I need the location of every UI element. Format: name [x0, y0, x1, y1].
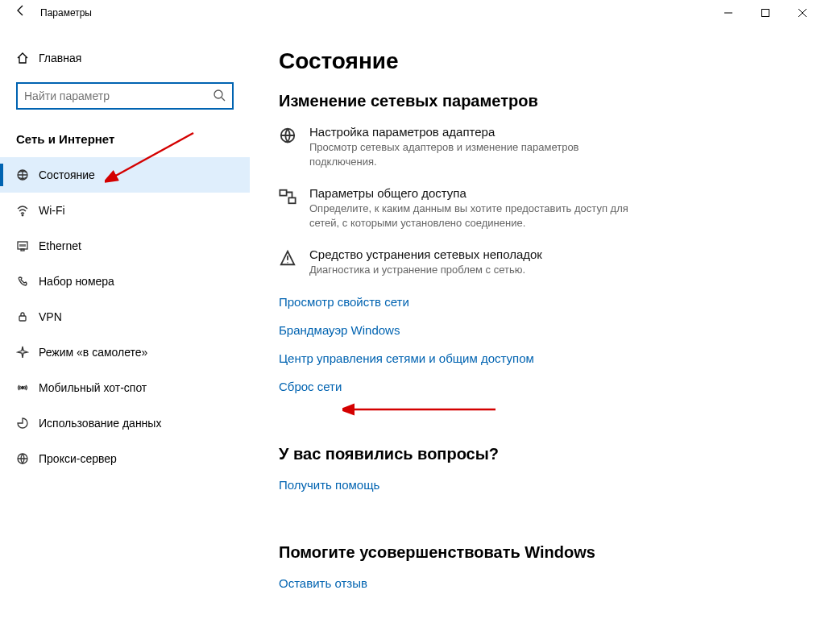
proxy-icon [16, 452, 39, 465]
sidebar-item-status[interactable]: Состояние [0, 157, 250, 193]
home-button[interactable]: Главная [0, 44, 250, 73]
sidebar-item-vpn[interactable]: VPN [0, 299, 250, 334]
svg-point-1 [214, 90, 222, 98]
sidebar-section-header: Сеть и Интернет [0, 110, 250, 157]
vpn-icon [16, 310, 39, 323]
option-title: Настройка параметров адаптера [309, 125, 648, 139]
option-sharing-settings[interactable]: Параметры общего доступа Определите, к к… [279, 186, 789, 230]
sidebar-item-wifi[interactable]: Wi-Fi [0, 193, 250, 228]
warning-icon [279, 247, 298, 269]
hotspot-icon [16, 381, 39, 394]
airplane-icon [16, 346, 39, 359]
search-box[interactable] [16, 82, 234, 110]
page-title: Состояние [279, 48, 789, 74]
option-desc: Диагностика и устранение проблем с сетью… [309, 263, 542, 277]
app-title: Параметры [40, 7, 92, 19]
sidebar-item-label: Прокси-сервер [39, 452, 117, 465]
svg-rect-11 [288, 197, 295, 203]
svg-point-7 [22, 387, 24, 389]
svg-rect-0 [762, 10, 769, 17]
window-controls [710, 0, 821, 26]
change-settings-title: Изменение сетевых параметров [279, 92, 789, 110]
svg-rect-5 [21, 249, 24, 251]
sidebar-item-label: Использование данных [39, 417, 161, 430]
sidebar-item-label: Wi-Fi [39, 204, 65, 217]
close-button[interactable] [784, 0, 821, 26]
sidebar-item-dialup[interactable]: Набор номера [0, 264, 250, 299]
data-usage-icon [16, 417, 39, 430]
option-desc: Просмотр сетевых адаптеров и изменение п… [309, 140, 648, 168]
svg-rect-6 [19, 316, 26, 321]
content-area: Состояние Изменение сетевых параметров Н… [250, 26, 821, 644]
home-label: Главная [39, 52, 81, 64]
questions-title: У вас появились вопросы? [279, 445, 789, 463]
sidebar-item-label: Мобильный хот-спот [39, 381, 147, 394]
search-icon [208, 89, 226, 104]
wifi-icon [16, 204, 39, 217]
sidebar-item-label: Набор номера [39, 275, 114, 288]
sidebar-item-label: Ethernet [39, 239, 81, 252]
sidebar-item-label: VPN [39, 310, 62, 323]
back-button[interactable] [8, 0, 34, 26]
feedback-title: Помогите усовершенствовать Windows [279, 543, 789, 562]
option-title: Параметры общего доступа [309, 186, 648, 200]
sidebar-item-label: Режим «в самолете» [39, 346, 147, 359]
maximize-button[interactable] [747, 0, 784, 26]
sidebar-item-proxy[interactable]: Прокси-сервер [0, 441, 250, 476]
option-desc: Определите, к каким данным вы хотите пре… [309, 202, 648, 230]
sidebar: Главная Сеть и Интернет Состояние Wi-Fi [0, 26, 250, 644]
minimize-button[interactable] [710, 0, 747, 26]
link-firewall[interactable]: Брандмауэр Windows [279, 323, 400, 337]
svg-rect-4 [18, 242, 27, 249]
sidebar-item-airplane[interactable]: Режим «в самолете» [0, 334, 250, 370]
option-troubleshoot[interactable]: Средство устранения сетевых неполадок Ди… [279, 247, 789, 277]
svg-rect-10 [280, 190, 286, 196]
sidebar-item-label: Состояние [39, 168, 95, 181]
link-network-properties[interactable]: Просмотр свойств сети [279, 295, 409, 309]
link-give-feedback[interactable]: Оставить отзыв [279, 576, 367, 590]
link-get-help[interactable]: Получить помощь [279, 478, 379, 492]
link-network-center[interactable]: Центр управления сетями и общим доступом [279, 351, 534, 365]
option-title: Средство устранения сетевых неполадок [309, 247, 542, 261]
titlebar: Параметры [0, 0, 821, 26]
option-adapter-settings[interactable]: Настройка параметров адаптера Просмотр с… [279, 125, 789, 168]
sidebar-item-data-usage[interactable]: Использование данных [0, 405, 250, 441]
sharing-icon [279, 186, 298, 208]
sidebar-item-hotspot[interactable]: Мобильный хот-спот [0, 370, 250, 405]
status-icon [16, 168, 39, 181]
sidebar-item-ethernet[interactable]: Ethernet [0, 228, 250, 264]
svg-point-3 [22, 214, 23, 216]
link-network-reset[interactable]: Сброс сети [279, 380, 342, 393]
home-icon [16, 52, 39, 64]
ethernet-icon [16, 239, 39, 252]
globe-icon [279, 125, 298, 147]
dialup-icon [16, 275, 39, 288]
search-input[interactable] [24, 89, 208, 102]
